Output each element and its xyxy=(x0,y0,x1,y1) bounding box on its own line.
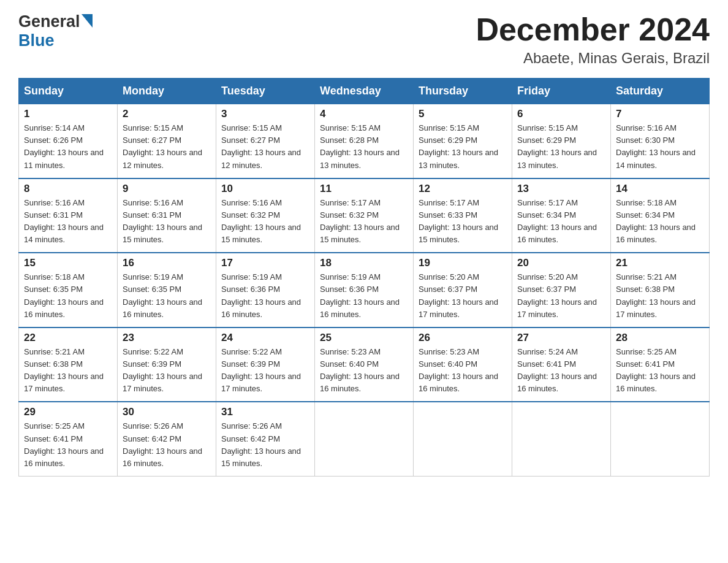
day-info: Sunrise: 5:26 AMSunset: 6:42 PMDaylight:… xyxy=(221,420,309,470)
day-info: Sunrise: 5:17 AMSunset: 6:32 PMDaylight:… xyxy=(320,197,408,247)
day-info: Sunrise: 5:19 AMSunset: 6:36 PMDaylight:… xyxy=(221,271,309,321)
day-number: 25 xyxy=(320,332,408,344)
day-info: Sunrise: 5:15 AMSunset: 6:29 PMDaylight:… xyxy=(419,122,507,172)
day-number: 6 xyxy=(517,108,605,120)
calendar-cell-w5-d6 xyxy=(512,402,611,476)
calendar-cell-w3-d2: 16 Sunrise: 5:19 AMSunset: 6:35 PMDaylig… xyxy=(118,253,216,327)
day-info: Sunrise: 5:15 AMSunset: 6:27 PMDaylight:… xyxy=(123,122,211,172)
calendar-cell-w1-d2: 2 Sunrise: 5:15 AMSunset: 6:27 PMDayligh… xyxy=(118,104,216,178)
calendar-cell-w5-d1: 29 Sunrise: 5:25 AMSunset: 6:41 PMDaylig… xyxy=(19,402,118,476)
calendar-cell-w5-d4 xyxy=(315,402,414,476)
calendar-week-5: 29 Sunrise: 5:25 AMSunset: 6:41 PMDaylig… xyxy=(19,402,710,476)
day-number: 10 xyxy=(221,183,309,195)
calendar-cell-w1-d4: 4 Sunrise: 5:15 AMSunset: 6:28 PMDayligh… xyxy=(315,104,414,178)
calendar-cell-w1-d5: 5 Sunrise: 5:15 AMSunset: 6:29 PMDayligh… xyxy=(414,104,512,178)
day-number: 14 xyxy=(616,183,704,195)
location-title: Abaete, Minas Gerais, Brazil xyxy=(476,50,710,67)
header-tuesday: Tuesday xyxy=(216,79,315,104)
calendar-cell-w4-d4: 25 Sunrise: 5:23 AMSunset: 6:40 PMDaylig… xyxy=(315,327,414,402)
day-number: 8 xyxy=(24,183,112,195)
calendar-cell-w2-d7: 14 Sunrise: 5:18 AMSunset: 6:34 PMDaylig… xyxy=(611,178,710,253)
day-info: Sunrise: 5:25 AMSunset: 6:41 PMDaylight:… xyxy=(24,420,112,470)
day-number: 17 xyxy=(221,257,309,269)
calendar-cell-w3-d5: 19 Sunrise: 5:20 AMSunset: 6:37 PMDaylig… xyxy=(414,253,512,327)
logo-blue-text: Blue xyxy=(18,31,55,50)
logo: General Blue xyxy=(18,12,93,50)
header-monday: Monday xyxy=(118,79,216,104)
day-info: Sunrise: 5:26 AMSunset: 6:42 PMDaylight:… xyxy=(123,420,211,470)
day-number: 7 xyxy=(616,108,704,120)
day-number: 20 xyxy=(517,257,605,269)
day-info: Sunrise: 5:18 AMSunset: 6:35 PMDaylight:… xyxy=(24,271,112,321)
day-info: Sunrise: 5:23 AMSunset: 6:40 PMDaylight:… xyxy=(419,346,507,396)
day-number: 18 xyxy=(320,257,408,269)
calendar-cell-w2-d5: 12 Sunrise: 5:17 AMSunset: 6:33 PMDaylig… xyxy=(414,178,512,253)
calendar-cell-w4-d6: 27 Sunrise: 5:24 AMSunset: 6:41 PMDaylig… xyxy=(512,327,611,402)
calendar-cell-w4-d3: 24 Sunrise: 5:22 AMSunset: 6:39 PMDaylig… xyxy=(216,327,315,402)
day-info: Sunrise: 5:18 AMSunset: 6:34 PMDaylight:… xyxy=(616,197,704,247)
header-wednesday: Wednesday xyxy=(315,79,414,104)
calendar-cell-w5-d3: 31 Sunrise: 5:26 AMSunset: 6:42 PMDaylig… xyxy=(216,402,315,476)
header-thursday: Thursday xyxy=(414,79,512,104)
calendar-cell-w2-d4: 11 Sunrise: 5:17 AMSunset: 6:32 PMDaylig… xyxy=(315,178,414,253)
calendar-cell-w1-d6: 6 Sunrise: 5:15 AMSunset: 6:29 PMDayligh… xyxy=(512,104,611,178)
day-number: 16 xyxy=(123,257,211,269)
day-info: Sunrise: 5:17 AMSunset: 6:34 PMDaylight:… xyxy=(517,197,605,247)
day-number: 12 xyxy=(419,183,507,195)
day-number: 28 xyxy=(616,332,704,344)
day-number: 9 xyxy=(123,183,211,195)
calendar-cell-w3-d4: 18 Sunrise: 5:19 AMSunset: 6:36 PMDaylig… xyxy=(315,253,414,327)
calendar-cell-w3-d1: 15 Sunrise: 5:18 AMSunset: 6:35 PMDaylig… xyxy=(19,253,118,327)
calendar-cell-w2-d1: 8 Sunrise: 5:16 AMSunset: 6:31 PMDayligh… xyxy=(19,178,118,253)
day-info: Sunrise: 5:24 AMSunset: 6:41 PMDaylight:… xyxy=(517,346,605,396)
title-area: December 2024 Abaete, Minas Gerais, Braz… xyxy=(476,12,710,67)
day-info: Sunrise: 5:16 AMSunset: 6:31 PMDaylight:… xyxy=(123,197,211,247)
day-number: 24 xyxy=(221,332,309,344)
calendar-cell-w3-d6: 20 Sunrise: 5:20 AMSunset: 6:37 PMDaylig… xyxy=(512,253,611,327)
day-info: Sunrise: 5:20 AMSunset: 6:37 PMDaylight:… xyxy=(419,271,507,321)
month-title: December 2024 xyxy=(476,12,710,47)
day-info: Sunrise: 5:20 AMSunset: 6:37 PMDaylight:… xyxy=(517,271,605,321)
day-info: Sunrise: 5:19 AMSunset: 6:36 PMDaylight:… xyxy=(320,271,408,321)
day-info: Sunrise: 5:23 AMSunset: 6:40 PMDaylight:… xyxy=(320,346,408,396)
page-header: General Blue December 2024 Abaete, Minas… xyxy=(18,12,710,67)
day-number: 15 xyxy=(24,257,112,269)
calendar-cell-w3-d7: 21 Sunrise: 5:21 AMSunset: 6:38 PMDaylig… xyxy=(611,253,710,327)
day-info: Sunrise: 5:22 AMSunset: 6:39 PMDaylight:… xyxy=(123,346,211,396)
day-number: 3 xyxy=(221,108,309,120)
day-number: 2 xyxy=(123,108,211,120)
calendar-cell-w1-d7: 7 Sunrise: 5:16 AMSunset: 6:30 PMDayligh… xyxy=(611,104,710,178)
logo-flag-icon xyxy=(82,14,93,28)
calendar-cell-w1-d3: 3 Sunrise: 5:15 AMSunset: 6:27 PMDayligh… xyxy=(216,104,315,178)
day-info: Sunrise: 5:19 AMSunset: 6:35 PMDaylight:… xyxy=(123,271,211,321)
calendar-cell-w4-d5: 26 Sunrise: 5:23 AMSunset: 6:40 PMDaylig… xyxy=(414,327,512,402)
calendar-week-4: 22 Sunrise: 5:21 AMSunset: 6:38 PMDaylig… xyxy=(19,327,710,402)
day-number: 11 xyxy=(320,183,408,195)
day-number: 21 xyxy=(616,257,704,269)
calendar-cell-w1-d1: 1 Sunrise: 5:14 AMSunset: 6:26 PMDayligh… xyxy=(19,104,118,178)
day-number: 13 xyxy=(517,183,605,195)
day-number: 29 xyxy=(24,406,112,418)
calendar-cell-w4-d2: 23 Sunrise: 5:22 AMSunset: 6:39 PMDaylig… xyxy=(118,327,216,402)
day-info: Sunrise: 5:22 AMSunset: 6:39 PMDaylight:… xyxy=(221,346,309,396)
logo-general-text: General xyxy=(18,12,80,31)
header-sunday: Sunday xyxy=(19,79,118,104)
day-number: 4 xyxy=(320,108,408,120)
calendar-cell-w2-d6: 13 Sunrise: 5:17 AMSunset: 6:34 PMDaylig… xyxy=(512,178,611,253)
day-info: Sunrise: 5:17 AMSunset: 6:33 PMDaylight:… xyxy=(419,197,507,247)
calendar-week-2: 8 Sunrise: 5:16 AMSunset: 6:31 PMDayligh… xyxy=(19,178,710,253)
day-number: 27 xyxy=(517,332,605,344)
calendar-cell-w5-d5 xyxy=(414,402,512,476)
day-info: Sunrise: 5:16 AMSunset: 6:30 PMDaylight:… xyxy=(616,122,704,172)
calendar-cell-w3-d3: 17 Sunrise: 5:19 AMSunset: 6:36 PMDaylig… xyxy=(216,253,315,327)
calendar-cell-w2-d3: 10 Sunrise: 5:16 AMSunset: 6:32 PMDaylig… xyxy=(216,178,315,253)
calendar-cell-w5-d7 xyxy=(611,402,710,476)
calendar-week-1: 1 Sunrise: 5:14 AMSunset: 6:26 PMDayligh… xyxy=(19,104,710,178)
day-info: Sunrise: 5:14 AMSunset: 6:26 PMDaylight:… xyxy=(24,122,112,172)
day-number: 22 xyxy=(24,332,112,344)
calendar-table: Sunday Monday Tuesday Wednesday Thursday… xyxy=(18,78,710,477)
day-info: Sunrise: 5:15 AMSunset: 6:27 PMDaylight:… xyxy=(221,122,309,172)
day-number: 30 xyxy=(123,406,211,418)
day-info: Sunrise: 5:16 AMSunset: 6:32 PMDaylight:… xyxy=(221,197,309,247)
day-info: Sunrise: 5:15 AMSunset: 6:29 PMDaylight:… xyxy=(517,122,605,172)
